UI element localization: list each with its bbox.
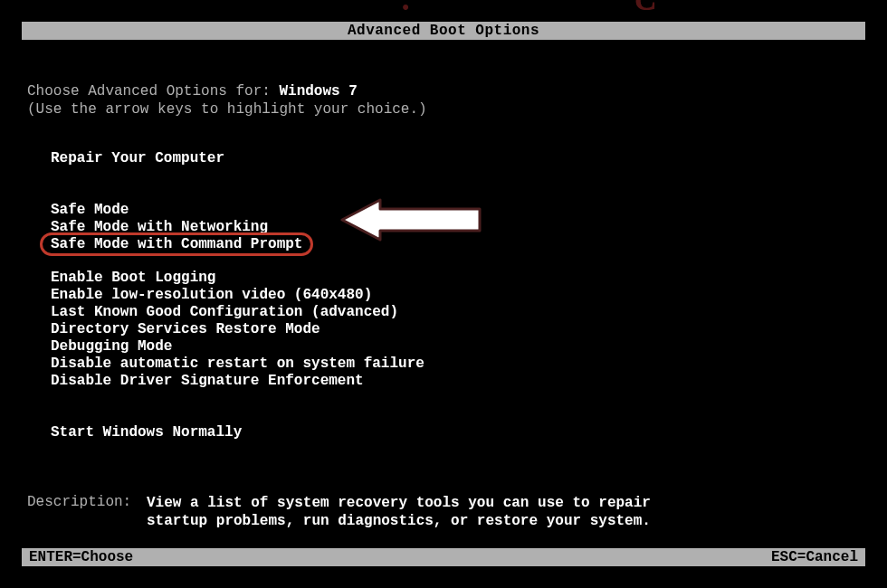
menu-start-normally[interactable]: Start Windows Normally [47,424,245,441]
boot-screen: Advanced Boot Options Choose Advanced Op… [22,22,865,566]
description-text: View a list of system recovery tools you… [147,494,651,530]
menu-low-res-video[interactable]: Enable low-resolution video (640x480) [47,287,376,304]
arrow-key-instruction: (Use the arrow keys to highlight your ch… [27,101,860,118]
os-name: Windows 7 [279,83,357,100]
choose-prompt: Choose Advanced Options for: Windows 7 [27,83,860,100]
menu-disable-sig-enforcement[interactable]: Disable Driver Signature Enforcement [47,373,367,390]
title-text: Advanced Boot Options [348,23,539,39]
menu-safe-mode-cmd[interactable]: Safe Mode with Command Prompt [47,236,306,253]
menu-repair-computer[interactable]: Repair Your Computer [47,150,228,167]
menu-last-known-good[interactable]: Last Known Good Configuration (advanced) [47,304,402,321]
description-label: Description: [27,494,147,530]
watermark-text: 2-remove-virus.com [229,0,658,22]
description-line2: startup problems, run diagnostics, or re… [147,512,651,530]
footer-bar: ENTER=Choose ESC=Cancel [22,548,865,566]
description-line1: View a list of system recovery tools you… [147,494,651,512]
menu-debugging[interactable]: Debugging Mode [47,338,176,356]
menu-safe-mode-networking[interactable]: Safe Mode with Networking [47,219,272,236]
menu-directory-services-restore[interactable]: Directory Services Restore Mode [47,321,324,338]
boot-menu: Repair Your Computer Safe Mode Safe Mode… [47,150,860,441]
prompt-prefix: Choose Advanced Options for: [27,83,279,100]
footer-enter-hint: ENTER=Choose [29,548,133,566]
title-bar: Advanced Boot Options [22,22,865,40]
menu-boot-logging[interactable]: Enable Boot Logging [47,270,219,287]
footer-esc-hint: ESC=Cancel [771,548,858,566]
menu-disable-auto-restart[interactable]: Disable automatic restart on system fail… [47,356,428,373]
menu-safe-mode[interactable]: Safe Mode [47,202,132,219]
